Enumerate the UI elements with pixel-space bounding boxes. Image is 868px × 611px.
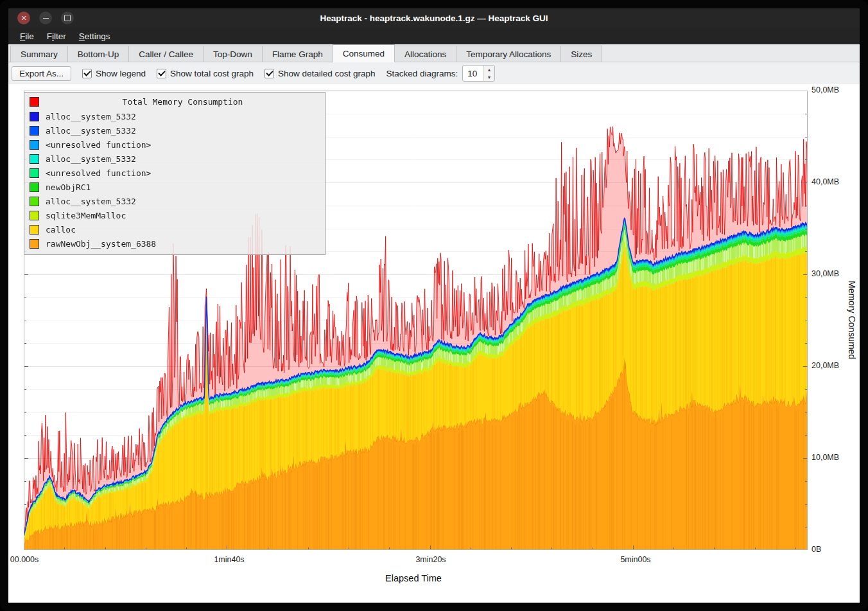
legend-item: newObjRC1	[24, 180, 325, 194]
spinbox-value[interactable]: 10	[463, 66, 483, 81]
menu-filter-pre: F	[47, 31, 52, 41]
legend-swatch	[30, 239, 39, 249]
y-axis-tick-label: 20,0MB	[812, 361, 839, 370]
checkbox-icon	[82, 69, 92, 78]
window-content: ✕ Heaptrack - heaptrack.wakunode.1.gz — …	[8, 8, 860, 603]
stacked-diagrams-label: Stacked diagrams:	[386, 69, 458, 78]
menu-filter[interactable]: Filter	[40, 30, 73, 43]
legend-swatch	[30, 225, 39, 235]
menu-filter-post: lter	[54, 31, 66, 41]
x-axis-tick-label: 3min20s	[402, 555, 460, 564]
show-legend-checkbox[interactable]: Show legend	[82, 69, 146, 78]
spinbox-buttons: ▲ ▼	[483, 66, 494, 81]
spin-down-button[interactable]: ▼	[483, 73, 494, 81]
legend-swatch	[30, 140, 39, 150]
legend-item: alloc__system_5332	[24, 152, 325, 166]
legend-label: alloc__system_5332	[46, 154, 136, 164]
legend-swatch	[30, 168, 39, 178]
tab-flame-graph[interactable]: Flame Graph	[262, 46, 333, 62]
close-button[interactable]: ✕	[17, 12, 30, 24]
y-axis-tick-label: 10,0MB	[812, 453, 839, 462]
checkbox-icon	[157, 69, 166, 78]
legend-swatch	[30, 154, 39, 164]
legend-label: sqlite3MemMalloc	[46, 211, 126, 220]
spin-up-button[interactable]: ▲	[483, 66, 494, 73]
y-axis-tick-label: 30,0MB	[812, 269, 839, 278]
legend-swatch	[30, 211, 39, 220]
legend-item: sqlite3MemMalloc	[24, 208, 325, 222]
toolbar: Export As... Show legend Show total cost…	[8, 62, 860, 84]
title-bar[interactable]: ✕ Heaptrack - heaptrack.wakunode.1.gz — …	[8, 8, 860, 28]
checkbox-icon	[265, 69, 274, 78]
legend-title: Total Memory Consumption	[46, 97, 320, 107]
tab-bottom-up[interactable]: Bottom-Up	[67, 46, 130, 62]
legend-swatch	[30, 182, 39, 192]
legend-title-row: Total Memory Consumption	[24, 94, 325, 109]
legend-item: rawNewObj__system_6388	[24, 236, 325, 251]
menu-settings[interactable]: Settings	[73, 30, 117, 43]
maximize-button[interactable]	[61, 12, 74, 24]
show-total-cost-graph-checkbox[interactable]: Show total cost graph	[157, 69, 254, 78]
window-controls: ✕	[17, 12, 74, 24]
x-axis-title: Elapsed Time	[362, 573, 465, 583]
tab-caller-callee[interactable]: Caller / Callee	[128, 46, 204, 62]
legend-item: <unresolved function>	[24, 137, 325, 152]
x-axis-tick-label: 00.000s	[0, 555, 53, 564]
y-axis-title: Memory Consumed	[847, 281, 857, 359]
chart-legend: Total Memory Consumption alloc__system_5…	[24, 92, 326, 255]
legend-item: <unresolved function>	[24, 166, 325, 180]
export-as-button[interactable]: Export As...	[12, 66, 71, 81]
menu-settings-key: S	[79, 31, 85, 41]
tab-top-down[interactable]: Top-Down	[203, 46, 263, 62]
show-detailed-cost-graph-checkbox[interactable]: Show detailed cost graph	[265, 69, 376, 78]
y-axis-tick-label: 0B	[812, 545, 821, 554]
legend-swatch	[30, 112, 39, 121]
legend-swatch	[30, 126, 39, 136]
legend-title-swatch	[30, 97, 39, 107]
chart-region: Total Memory Consumption alloc__system_5…	[8, 84, 860, 603]
checkbox-label: Show legend	[96, 69, 146, 78]
menu-file-key: F	[20, 31, 25, 41]
tab-summary[interactable]: Summary	[10, 46, 68, 62]
legend-swatch	[30, 197, 39, 206]
stacked-diagrams-control: Stacked diagrams: 10 ▲ ▼	[386, 65, 496, 82]
legend-item: alloc__system_5332	[24, 194, 325, 208]
window-frame: ✕ Heaptrack - heaptrack.wakunode.1.gz — …	[0, 0, 868, 611]
tab-sizes[interactable]: Sizes	[560, 46, 602, 62]
menu-file-post: ile	[25, 31, 34, 41]
minimize-button[interactable]	[39, 12, 52, 24]
x-axis-tick-label: 5min00s	[607, 555, 664, 564]
legend-label: <unresolved function>	[46, 168, 151, 178]
tab-bar: Summary Bottom-Up Caller / Callee Top-Do…	[8, 44, 860, 62]
menu-settings-post: ettings	[85, 31, 110, 41]
legend-label: newObjRC1	[46, 182, 91, 192]
checkbox-label: Show detailed cost graph	[278, 69, 376, 78]
legend-label: rawNewObj__system_6388	[46, 239, 156, 249]
legend-label: alloc__system_5332	[46, 126, 136, 136]
window-title: Heaptrack - heaptrack.wakunode.1.gz — He…	[320, 13, 548, 23]
y-axis-tick-label: 50,0MB	[812, 85, 839, 94]
x-axis-tick-label: 1min40s	[200, 555, 258, 564]
y-axis-tick-label: 40,0MB	[812, 177, 839, 186]
menu-file[interactable]: File	[13, 30, 40, 43]
checkbox-label: Show total cost graph	[170, 69, 254, 78]
legend-label: alloc__system_5332	[46, 197, 136, 206]
tab-temporary-allocations[interactable]: Temporary Allocations	[456, 46, 561, 62]
menu-bar: File Filter Settings	[8, 28, 860, 44]
tab-allocations[interactable]: Allocations	[394, 46, 456, 62]
tab-consumed[interactable]: Consumed	[333, 44, 395, 62]
legend-label: <unresolved function>	[46, 140, 151, 150]
legend-label: alloc__system_5332	[46, 112, 136, 121]
legend-label: calloc	[46, 225, 76, 235]
legend-item: calloc	[24, 222, 325, 236]
legend-item: alloc__system_5332	[24, 123, 325, 137]
stacked-diagrams-spinbox[interactable]: 10 ▲ ▼	[462, 65, 495, 82]
legend-item: alloc__system_5332	[24, 109, 325, 123]
